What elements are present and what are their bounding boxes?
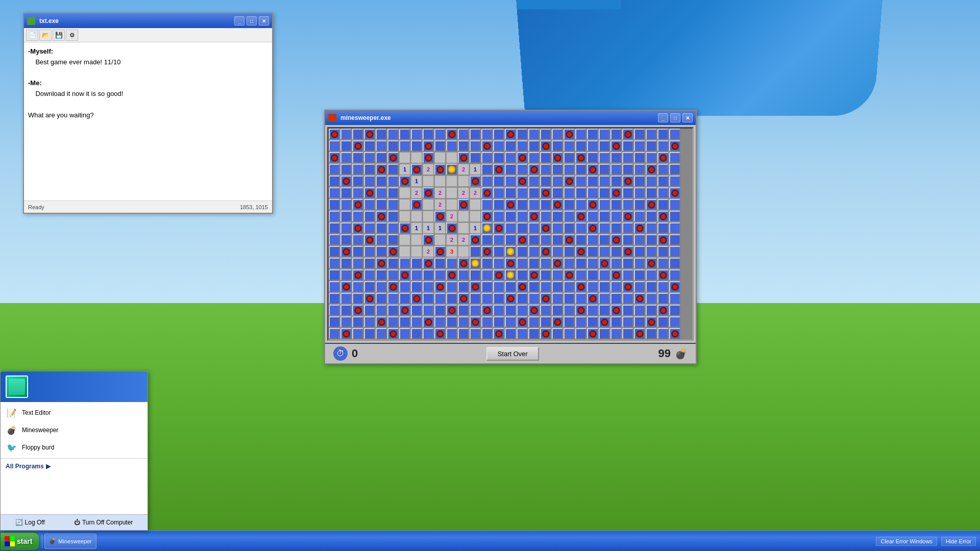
- ms-cell[interactable]: [540, 281, 551, 292]
- ms-cell[interactable]: [399, 187, 410, 198]
- ms-cell[interactable]: [552, 187, 563, 198]
- ms-cell[interactable]: [528, 246, 540, 257]
- ms-cell[interactable]: [376, 269, 387, 281]
- ms-cell[interactable]: [587, 129, 598, 140]
- ms-cell[interactable]: [528, 328, 540, 339]
- ms-cell[interactable]: [387, 211, 399, 222]
- ms-cell[interactable]: [540, 152, 551, 163]
- ms-cell[interactable]: [517, 152, 528, 163]
- ms-cell[interactable]: [340, 187, 352, 198]
- ms-cell[interactable]: [376, 152, 387, 163]
- ms-cell[interactable]: [657, 199, 669, 210]
- ms-cell[interactable]: [669, 258, 680, 269]
- ms-cell[interactable]: [481, 269, 493, 281]
- ms-cell[interactable]: [657, 211, 669, 222]
- ms-cell[interactable]: [610, 234, 622, 245]
- ms-cell[interactable]: [352, 152, 363, 163]
- settings-button[interactable]: ⚙: [66, 30, 78, 41]
- ms-cell[interactable]: [376, 222, 387, 234]
- ms-cell[interactable]: [364, 211, 375, 222]
- ms-cell[interactable]: [399, 269, 410, 281]
- ms-cell[interactable]: [458, 199, 469, 210]
- ms-cell[interactable]: [340, 199, 352, 210]
- ms-cell[interactable]: [411, 305, 422, 316]
- ms-cell[interactable]: [552, 293, 563, 304]
- clear-error-windows-button[interactable]: Clear Error Windows: [876, 537, 937, 546]
- ms-cell[interactable]: [376, 164, 387, 175]
- ms-cell[interactable]: [493, 305, 504, 316]
- ms-cell[interactable]: [481, 258, 493, 269]
- ms-cell[interactable]: [446, 152, 457, 163]
- ms-cell[interactable]: [669, 211, 680, 222]
- ms-cell[interactable]: [399, 305, 410, 316]
- ms-cell[interactable]: [610, 222, 622, 234]
- ms-cell[interactable]: [599, 199, 610, 210]
- ms-cell[interactable]: [634, 305, 645, 316]
- ms-cell[interactable]: [458, 246, 469, 257]
- ms-cell[interactable]: [610, 140, 622, 152]
- close-button[interactable]: ✕: [259, 16, 269, 26]
- ms-cell[interactable]: [470, 152, 481, 163]
- ms-cell[interactable]: [575, 293, 586, 304]
- ms-cell[interactable]: [610, 199, 622, 210]
- ms-cell[interactable]: [669, 281, 680, 292]
- ms-cell[interactable]: [564, 164, 575, 175]
- ms-cell[interactable]: [634, 269, 645, 281]
- ms-cell[interactable]: [646, 281, 657, 292]
- ms-cell[interactable]: [340, 246, 352, 257]
- ms-cell[interactable]: [669, 187, 680, 198]
- ms-cell[interactable]: [387, 234, 399, 245]
- ms-cell[interactable]: [646, 199, 657, 210]
- ms-cell[interactable]: [387, 316, 399, 328]
- ms-cell[interactable]: [352, 187, 363, 198]
- ms-cell[interactable]: [470, 281, 481, 292]
- ms-cell[interactable]: [340, 234, 352, 245]
- ms-cell[interactable]: [376, 281, 387, 292]
- ms-cell[interactable]: [493, 246, 504, 257]
- ms-cell[interactable]: [564, 293, 575, 304]
- ms-cell[interactable]: [387, 222, 399, 234]
- ms-cell[interactable]: [564, 199, 575, 210]
- ms-cell[interactable]: [434, 328, 446, 339]
- ms-cell[interactable]: [575, 246, 586, 257]
- ms-cell[interactable]: [352, 176, 363, 187]
- ms-cell[interactable]: [423, 293, 434, 304]
- ms-cell[interactable]: [493, 199, 504, 210]
- ms-cell[interactable]: [387, 328, 399, 339]
- ms-cell[interactable]: [340, 211, 352, 222]
- ms-cell[interactable]: [528, 258, 540, 269]
- ms-cell[interactable]: [376, 234, 387, 245]
- ms-cell[interactable]: [517, 316, 528, 328]
- ms-cell[interactable]: [434, 234, 446, 245]
- ms-minimize-button[interactable]: _: [658, 113, 668, 122]
- ms-cell[interactable]: [552, 129, 563, 140]
- start-menu-minesweeper[interactable]: 💣 Minesweeper: [1, 421, 148, 439]
- ms-cell[interactable]: [352, 164, 363, 175]
- ms-cell[interactable]: [387, 129, 399, 140]
- ms-cell[interactable]: [517, 258, 528, 269]
- ms-cell[interactable]: [528, 211, 540, 222]
- ms-cell[interactable]: [610, 187, 622, 198]
- ms-cell[interactable]: [528, 129, 540, 140]
- ms-cell[interactable]: [329, 328, 340, 339]
- ms-cell[interactable]: [505, 258, 516, 269]
- ms-cell[interactable]: [634, 140, 645, 152]
- ms-cell[interactable]: [587, 281, 598, 292]
- ms-cell[interactable]: [657, 305, 669, 316]
- ms-cell[interactable]: [657, 316, 669, 328]
- ms-cell[interactable]: [470, 316, 481, 328]
- ms-cell[interactable]: [340, 316, 352, 328]
- ms-cell[interactable]: [481, 305, 493, 316]
- ms-cell[interactable]: [329, 258, 340, 269]
- ms-cell[interactable]: 1: [411, 222, 422, 234]
- ms-cell[interactable]: [622, 211, 633, 222]
- ms-cell[interactable]: [470, 176, 481, 187]
- ms-cell[interactable]: [481, 328, 493, 339]
- ms-cell[interactable]: [481, 293, 493, 304]
- ms-cell[interactable]: [528, 140, 540, 152]
- ms-cell[interactable]: [364, 258, 375, 269]
- ms-cell[interactable]: [528, 281, 540, 292]
- ms-cell[interactable]: [517, 140, 528, 152]
- ms-cell[interactable]: [329, 222, 340, 234]
- ms-cell[interactable]: [634, 234, 645, 245]
